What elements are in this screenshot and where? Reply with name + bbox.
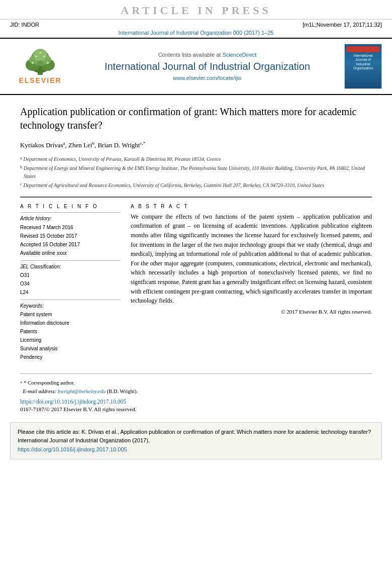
keyword-1: Patent system bbox=[20, 310, 121, 319]
keyword-3: Patents bbox=[20, 327, 121, 336]
aip-banner: ARTICLE IN PRESS bbox=[0, 0, 392, 20]
email-suffix: (B.D. Wright). bbox=[107, 389, 138, 394]
revised-date: Revised 15 October 2017 bbox=[20, 232, 121, 240]
svg-point-10 bbox=[39, 52, 41, 54]
contents-label: Contents lists available at bbox=[158, 52, 221, 58]
elsevier-tree-icon bbox=[20, 49, 60, 76]
jel-o34: O34 bbox=[20, 279, 121, 288]
article-info-heading: A R T I C L E I N F O bbox=[20, 204, 121, 209]
article-title: Application publication or confirmation … bbox=[20, 105, 372, 132]
abstract-copyright: © 2017 Elsevier B.V. All rights reserved… bbox=[131, 309, 372, 315]
abstract-text: We compare the effects of two functions … bbox=[131, 212, 372, 306]
email-label: E-mail address: bbox=[23, 389, 56, 394]
license-text: 0167-7187/© 2017 Elsevier B.V. All right… bbox=[20, 406, 372, 412]
divider-info-1 bbox=[20, 212, 121, 213]
affil-c: c Department of Agricultural and Resourc… bbox=[20, 181, 372, 189]
meta-right: [m1L;November 17, 2017;11:32] bbox=[303, 22, 382, 28]
citation-box: Please cite this article as: K. Drivas e… bbox=[10, 422, 382, 459]
jel-l24: L24 bbox=[20, 288, 121, 297]
svg-point-9 bbox=[43, 55, 45, 57]
keyword-4: Licensing bbox=[20, 336, 121, 344]
article-history-label: Article history: bbox=[20, 216, 121, 221]
main-content: Application publication or confirmation … bbox=[0, 95, 392, 373]
jid-label: JID: INDOR bbox=[10, 22, 39, 28]
author-c-sup: c,* bbox=[140, 141, 145, 146]
accepted-date: Accepted 16 October 2017 bbox=[20, 240, 121, 249]
journal-url[interactable]: www.elsevier.com/locate/ijio bbox=[75, 75, 339, 81]
affil-b-sup: b bbox=[20, 164, 22, 180]
aip-banner-text: ARTICLE IN PRESS bbox=[121, 4, 271, 17]
keyword-2: Information disclosure bbox=[20, 319, 121, 327]
citation-text: Please cite this article as: K. Drivas e… bbox=[18, 429, 371, 443]
corresponding-label: * Corresponding author. bbox=[24, 380, 75, 386]
affil-c-text: Department of Agricultural and Resource … bbox=[24, 181, 324, 189]
divider-info-3 bbox=[20, 300, 121, 300]
footnote-star: * bbox=[20, 381, 23, 386]
affil-b-text: Department of Energy and Mineral Enginee… bbox=[24, 164, 372, 180]
journal-title-header: International Journal of Industrial Orga… bbox=[75, 60, 339, 73]
elsevier-wordmark: ELSEVIER bbox=[19, 76, 61, 84]
available-online: Available online xxxx bbox=[20, 249, 121, 257]
authors-line: Kyriakos Drivasa, Zhen Leib, Brian D. Wr… bbox=[20, 140, 372, 150]
email-link[interactable]: bwright@berkeley.edu bbox=[58, 389, 106, 394]
svg-point-12 bbox=[47, 62, 49, 64]
divider-thick bbox=[20, 197, 372, 198]
abstract-heading: A B S T R A C T bbox=[131, 204, 372, 209]
keyword-6: Pendency bbox=[20, 353, 121, 361]
svg-point-11 bbox=[32, 62, 34, 64]
sciencedirect-link[interactable]: ScienceDirect bbox=[222, 52, 256, 58]
affil-a-text: Department of Economics, University of P… bbox=[24, 155, 221, 163]
jel-o31: O31 bbox=[20, 271, 121, 279]
two-col-layout: A R T I C L E I N F O Article history: R… bbox=[20, 204, 372, 361]
contents-line: Contents lists available at ScienceDirec… bbox=[75, 52, 339, 58]
citation-doi-link[interactable]: https://doi.org/10.1016/j.ijindorg.2017.… bbox=[18, 446, 127, 452]
doi-link[interactable]: https://doi.org/10.1016/j.ijindorg.2017.… bbox=[20, 399, 372, 405]
journal-line: International Journal of Industrial Orga… bbox=[0, 30, 392, 38]
top-meta: JID: INDOR [m1L;November 17, 2017;11:32] bbox=[0, 20, 392, 30]
article-info-col: A R T I C L E I N F O Article history: R… bbox=[20, 204, 121, 361]
keywords-label: Keywords: bbox=[20, 303, 121, 309]
corresponding-author-note: * * Corresponding author. bbox=[20, 379, 372, 388]
affiliations: a Department of Economics, University of… bbox=[20, 155, 372, 189]
svg-point-7 bbox=[33, 49, 47, 61]
author-drivas: Kyriakos Drivas bbox=[20, 141, 63, 149]
journal-volume-line: International Journal of Industrial Orga… bbox=[119, 30, 274, 36]
divider-info-2 bbox=[20, 260, 121, 261]
email-footnote: E-mail address: bwright@berkeley.edu (B.… bbox=[20, 388, 372, 396]
author-wright: , Brian D. Wright bbox=[94, 141, 140, 149]
bottom-area: * * Corresponding author. E-mail address… bbox=[0, 374, 392, 418]
jel-label: JEL Classification: bbox=[20, 264, 121, 269]
svg-point-8 bbox=[35, 55, 37, 57]
abstract-col: A B S T R A C T We compare the effects o… bbox=[131, 204, 372, 361]
journal-cover-thumbnail: InternationalJournal ofIndustrialOrganiz… bbox=[344, 44, 382, 89]
affil-a: a Department of Economics, University of… bbox=[20, 155, 372, 163]
received-date: Received 7 March 2016 bbox=[20, 223, 121, 232]
elsevier-logo: ELSEVIER bbox=[10, 49, 70, 84]
author-lei: , Zhen Lei bbox=[65, 141, 92, 149]
affil-a-sup: a bbox=[20, 155, 22, 163]
affil-c-sup: c bbox=[20, 181, 22, 189]
affil-b: b Department of Energy and Mineral Engin… bbox=[20, 164, 372, 180]
journal-center-info: Contents lists available at ScienceDirec… bbox=[75, 52, 339, 81]
cover-text: InternationalJournal ofIndustrialOrganiz… bbox=[353, 54, 373, 71]
journal-header: ELSEVIER Contents lists available at Sci… bbox=[0, 38, 392, 95]
keyword-5: Survival analysis bbox=[20, 344, 121, 353]
